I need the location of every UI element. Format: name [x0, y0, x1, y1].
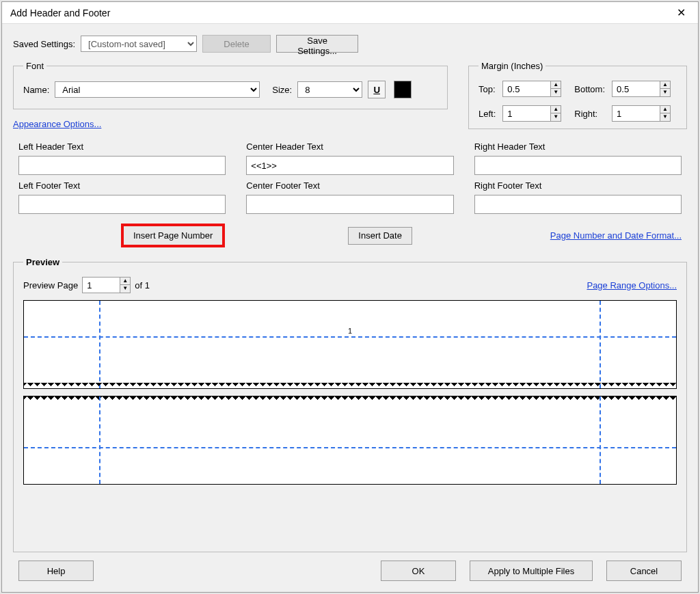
left-header-cell: Left Header Text — [18, 141, 226, 175]
preview-footer-box — [23, 396, 677, 485]
preview-pane: 1 — [23, 300, 677, 545]
bottom-buttons: Help OK Apply to Multiple Files Cancel — [13, 552, 687, 585]
margin-top-field[interactable] — [502, 81, 550, 97]
preview-page-input[interactable]: ▲▼ — [82, 277, 131, 293]
margin-bottom-spinner[interactable]: ▲▼ — [660, 81, 671, 97]
top-panels: Font Name: Arial Size: 8 U Appea — [13, 61, 687, 129]
left-footer-input[interactable] — [18, 195, 226, 214]
preview-legend: Preview — [23, 257, 62, 267]
left-footer-cell: Left Footer Text — [18, 180, 226, 214]
margin-right-spinner[interactable]: ▲▼ — [660, 105, 671, 122]
center-footer-cell: Center Footer Text — [246, 180, 453, 214]
page-number-date-format-link[interactable]: Page Number and Date Format... — [550, 230, 682, 241]
margin-left-label: Left: — [479, 109, 496, 119]
margin-top-label: Top: — [479, 84, 496, 94]
margin-grid: Top: ▲▼ Bottom: ▲▼ Left: ▲▼ R — [479, 81, 677, 122]
font-legend: Font — [23, 61, 46, 71]
margin-left-field[interactable] — [502, 105, 550, 122]
right-footer-cell: Right Footer Text — [474, 180, 682, 214]
font-size-select[interactable]: 8 — [297, 81, 362, 98]
saved-settings-label: Saved Settings: — [13, 39, 75, 49]
margin-right-input[interactable]: ▲▼ — [612, 105, 677, 122]
center-header-label: Center Header Text — [246, 141, 453, 152]
ok-button[interactable]: OK — [381, 561, 456, 581]
preview-header-box: 1 — [23, 300, 677, 389]
save-settings-button[interactable]: Save Settings... — [276, 35, 358, 53]
font-name-label: Name: — [23, 85, 49, 95]
margin-fieldset: Margin (Inches) Top: ▲▼ Bottom: ▲▼ Left: — [468, 61, 687, 129]
right-footer-label: Right Footer Text — [474, 180, 682, 191]
cancel-button[interactable]: Cancel — [606, 561, 682, 581]
left-header-label: Left Header Text — [18, 141, 226, 152]
appearance-options-link[interactable]: Appearance Options... — [13, 119, 448, 129]
underline-button[interactable]: U — [368, 81, 386, 98]
center-header-cell: Center Header Text — [246, 141, 453, 175]
preview-header-page-num: 1 — [348, 327, 352, 335]
font-size-label: Size: — [272, 85, 292, 95]
margin-top-input[interactable]: ▲▼ — [502, 81, 567, 97]
margin-right-field[interactable] — [612, 105, 660, 122]
help-button[interactable]: Help — [18, 561, 94, 581]
page-range-options-link[interactable]: Page Range Options... — [587, 280, 677, 291]
margin-right-label: Right: — [574, 109, 605, 119]
margin-bottom-field[interactable] — [612, 81, 660, 97]
font-color-swatch[interactable] — [394, 81, 412, 98]
insert-row: Insert Page Number Insert Date Page Numb… — [13, 224, 687, 247]
saved-settings-select[interactable]: [Custom-not saved] — [81, 36, 197, 52]
right-footer-input[interactable] — [474, 195, 682, 214]
delete-button: Delete — [202, 35, 271, 53]
center-header-input[interactable] — [246, 156, 453, 175]
right-header-label: Right Header Text — [474, 141, 682, 152]
preview-page-field[interactable] — [82, 277, 120, 293]
preview-top-row: Preview Page ▲▼ of 1 Page Range Options.… — [23, 277, 677, 293]
apply-multiple-button[interactable]: Apply to Multiple Files — [470, 561, 593, 581]
margin-legend: Margin (Inches) — [479, 61, 546, 71]
font-fieldset: Font Name: Arial Size: 8 U — [13, 61, 448, 109]
right-header-cell: Right Header Text — [474, 141, 682, 175]
left-header-input[interactable] — [18, 156, 226, 175]
font-row: Name: Arial Size: 8 U — [23, 81, 438, 98]
preview-of-label: of 1 — [135, 280, 150, 291]
header-footer-grid: Left Header Text Center Header Text Righ… — [13, 141, 687, 214]
font-name-select[interactable]: Arial — [55, 81, 260, 98]
center-footer-label: Center Footer Text — [246, 180, 453, 191]
dialog-title: Add Header and Footer — [10, 8, 110, 18]
insert-date-button[interactable]: Insert Date — [348, 227, 412, 245]
margin-left-spinner[interactable]: ▲▼ — [550, 105, 561, 122]
saved-settings-row: Saved Settings: [Custom-not saved] Delet… — [13, 35, 687, 53]
close-icon[interactable]: ✕ — [671, 6, 691, 19]
right-header-input[interactable] — [474, 156, 682, 175]
left-footer-label: Left Footer Text — [18, 180, 226, 191]
preview-fieldset: Preview Preview Page ▲▼ of 1 Page Range … — [13, 257, 687, 552]
margin-left-input[interactable]: ▲▼ — [502, 105, 567, 122]
insert-page-number-button[interactable]: Insert Page Number — [121, 224, 225, 247]
dialog-content: Saved Settings: [Custom-not saved] Delet… — [2, 24, 698, 592]
titlebar: Add Header and Footer ✕ — [2, 2, 698, 24]
margin-bottom-input[interactable]: ▲▼ — [612, 81, 677, 97]
preview-page-spinner[interactable]: ▲▼ — [120, 277, 131, 293]
dialog-add-header-footer: Add Header and Footer ✕ Saved Settings: … — [1, 1, 699, 593]
margin-top-spinner[interactable]: ▲▼ — [550, 81, 561, 97]
preview-page-label: Preview Page — [23, 280, 78, 291]
margin-bottom-label: Bottom: — [574, 84, 605, 94]
center-footer-input[interactable] — [246, 195, 453, 214]
